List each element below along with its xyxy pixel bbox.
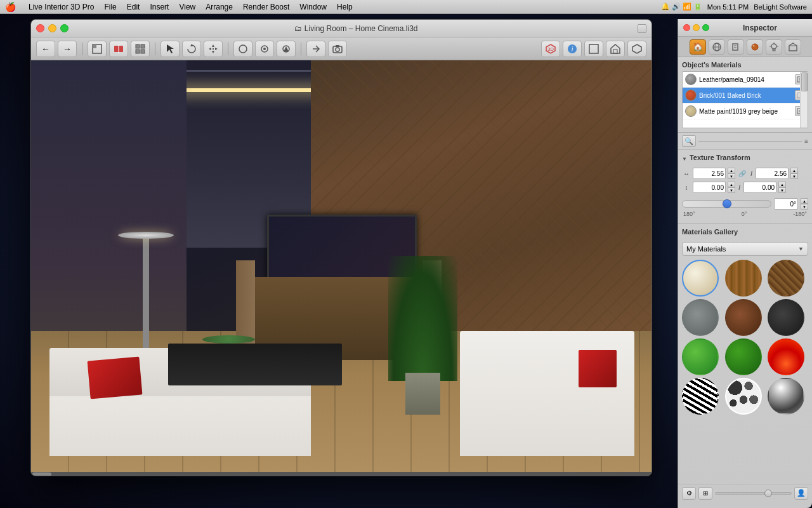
height-input[interactable] [756,168,789,179]
window-resize-button[interactable] [638,24,646,33]
gallery-item-fire[interactable] [768,338,804,375]
menu-render[interactable]: Render Boost [243,3,289,11]
gallery-grid-button[interactable]: ⊞ [698,487,712,500]
sphere-tool[interactable] [233,41,252,57]
rotation-container: ▲ ▼ 180° 0° -180° [682,196,808,220]
offset-y-stepper: ▲ ▼ [778,182,786,193]
inspector-maximize[interactable] [702,24,709,31]
rotation-input[interactable] [774,198,798,210]
gallery-label: Materials Gallery [682,228,738,236]
section-expand-icon[interactable]: ▼ [682,156,687,162]
apple-menu[interactable]: 🍎 [5,2,16,12]
gallery-item-stone[interactable] [682,299,719,336]
menu-help[interactable]: Help [337,3,353,11]
viewport[interactable] [31,60,652,476]
options-menu[interactable]: ≡ [804,138,808,145]
rotation-thumb[interactable] [723,199,731,208]
3d-preview-button[interactable]: 3D [541,41,560,57]
nav-forward-button[interactable]: → [58,41,77,57]
material-item-leather[interactable]: Leather/pamela_09014 [683,72,808,88]
gallery-item-green2[interactable] [725,338,762,375]
svg-rect-31 [733,44,738,50]
rotation-up[interactable]: ▲ [801,198,808,204]
svg-marker-13 [215,48,218,50]
dolly-tool[interactable] [306,41,325,57]
tab-light[interactable] [766,39,782,55]
material-item-brick[interactable]: Brick/001 Baked Brick [683,88,808,104]
gallery-item-wood1[interactable] [725,260,762,297]
menu-arrange[interactable]: Arrange [206,3,233,11]
maximize-button[interactable] [60,24,69,32]
tab-home[interactable]: 🏠 [690,39,706,55]
info-button[interactable]: i [563,41,582,57]
menu-view[interactable]: View [179,3,195,11]
tab-structure[interactable] [785,39,801,55]
menu-appname[interactable]: Live Interior 3D Pro [29,3,94,11]
gallery-person-button[interactable]: 👤 [794,487,808,500]
rotate-tool[interactable] [182,41,201,57]
gallery-item-chrome[interactable] [768,378,804,415]
offset-x-stepper: ▲ ▼ [728,182,735,193]
offset-y-down[interactable]: ▼ [778,187,786,193]
tab-gem[interactable] [747,39,763,55]
tab-edit[interactable] [728,39,744,55]
texture-transform-section: ▼ Texture Transform ↔ ▲ ▼ 🔗 I ▲ ▼ ↕ ▲ [678,150,812,224]
menu-icons: 🔔 🔊 📶 🔋 [661,3,702,11]
gallery-item-wood2[interactable] [768,260,804,297]
width-input[interactable] [693,168,726,179]
offset-x-input[interactable] [693,182,726,193]
nav-back-button[interactable]: ← [36,41,55,57]
main-window: 🗂 Living Room – Home Cinema.li3d ← → [30,19,652,476]
overview-button[interactable] [131,41,150,57]
height-up[interactable]: ▲ [790,168,798,173]
viewport-scrollbar[interactable] [31,472,652,476]
offset-x-down[interactable]: ▼ [728,187,735,193]
offset-y-up[interactable]: ▲ [778,182,786,187]
svg-rect-14 [213,48,214,50]
view3d-button[interactable] [109,41,128,57]
rotation-slider[interactable] [682,200,771,208]
view-2d-button[interactable] [584,41,603,57]
gallery-size-slider[interactable] [715,492,792,495]
gallery-item-cream[interactable] [682,260,719,297]
camera-button[interactable] [328,41,347,57]
gallery-size-thumb[interactable] [764,490,772,497]
gallery-item-green1[interactable] [682,338,719,375]
eyedropper-button[interactable]: 🔍 [682,135,696,147]
gallery-item-dark[interactable] [768,299,804,336]
menu-window[interactable]: Window [299,3,327,11]
svg-rect-7 [141,50,145,53]
offset-y-input[interactable] [743,182,776,193]
move-tool[interactable] [204,41,223,57]
inspector-minimize[interactable] [693,24,700,31]
material-item-paint[interactable]: Matte paint/1019 grey beige [683,104,808,119]
materials-scrollbar[interactable] [800,72,808,128]
gallery-item-brown[interactable] [725,299,762,336]
svg-point-21 [336,48,339,51]
walk-mode[interactable] [277,41,296,57]
rotation-down[interactable]: ▼ [801,204,808,210]
menu-insert[interactable]: Insert [150,3,169,11]
close-button[interactable] [36,24,44,32]
minimize-button[interactable] [48,24,56,32]
materials-scroll-thumb[interactable] [801,72,808,91]
width-down[interactable]: ▼ [728,173,735,179]
offset-x-up[interactable]: ▲ [728,182,735,187]
gallery-dropdown[interactable]: My Materials ▼ [682,242,808,256]
menu-file[interactable]: File [104,3,116,11]
view-home-button[interactable] [606,41,625,57]
height-down[interactable]: ▼ [790,173,798,179]
view-3d-btn[interactable] [627,41,646,57]
tab-sphere[interactable] [709,39,725,55]
menu-edit[interactable]: Edit [127,3,140,11]
gallery-settings-button[interactable]: ⚙ [682,487,696,500]
gallery-item-spots[interactable] [725,378,762,415]
select-tool[interactable] [160,41,180,57]
camera-orbit[interactable] [255,41,274,57]
floor-lamp [143,236,149,361]
gallery-item-zebra[interactable] [682,378,719,415]
scroll-thumb[interactable] [32,472,51,476]
inspector-close[interactable] [683,24,690,31]
floorplan-button[interactable] [88,41,107,57]
width-up[interactable]: ▲ [728,168,735,173]
